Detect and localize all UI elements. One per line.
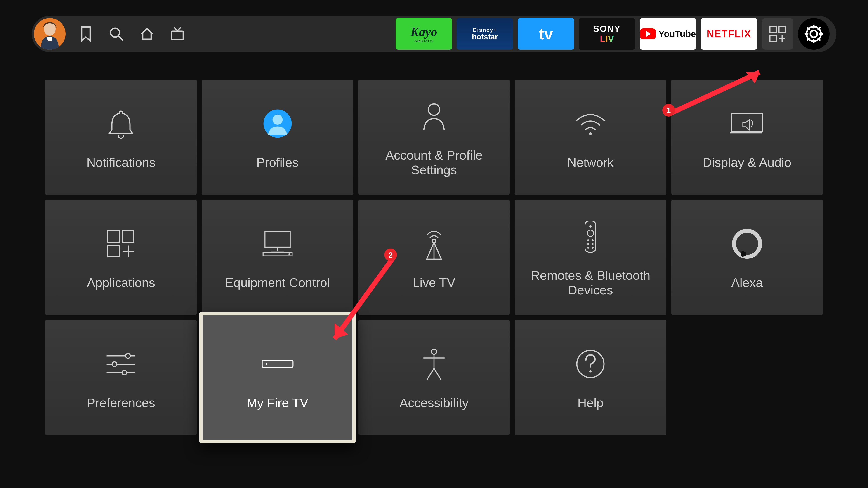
annotation-arrow-2 [314, 249, 409, 352]
svg-point-35 [592, 243, 594, 245]
app-sublabel: LIV [600, 34, 614, 44]
tile-account[interactable]: Account & Profile Settings [358, 79, 510, 195]
tile-remotes[interactable]: Remotes & Bluetooth Devices [515, 200, 666, 315]
tile-label: My Fire TV [247, 396, 308, 410]
app-label: NETFLIX [707, 28, 751, 39]
svg-point-46 [266, 363, 267, 365]
settings-grid: Notifications Profiles Account & Profile… [45, 79, 823, 435]
svg-rect-3 [172, 31, 183, 39]
search-icon[interactable] [106, 24, 127, 44]
live-tv-icon[interactable] [167, 24, 188, 44]
avatar-person-icon [36, 18, 63, 50]
tile-label: Alexa [731, 275, 763, 290]
svg-rect-22 [265, 232, 290, 248]
svg-point-33 [592, 239, 594, 241]
svg-line-50 [427, 368, 434, 379]
apps-grid-button[interactable] [762, 18, 794, 50]
svg-point-26 [288, 254, 290, 255]
app-tile-netflix[interactable]: NETFLIX [701, 18, 757, 50]
svg-rect-4 [770, 26, 776, 33]
annotation-badge-1: 1 [662, 104, 675, 117]
svg-rect-18 [123, 231, 134, 242]
remote-icon [574, 217, 608, 256]
nav-left-group [34, 18, 188, 50]
app-label: Disney+ [473, 27, 497, 33]
svg-point-38 [734, 231, 760, 257]
bell-icon [104, 104, 138, 143]
svg-point-53 [589, 370, 592, 372]
svg-point-14 [589, 132, 592, 135]
svg-point-32 [587, 239, 589, 241]
device-icon [260, 345, 294, 383]
annotation-badge-2: 2 [384, 249, 397, 261]
app-tile-kayo[interactable]: Kayo SPORTS [396, 18, 452, 50]
app-tile-hotstar[interactable]: Disney+ hotstar [457, 18, 513, 50]
svg-point-40 [126, 354, 130, 358]
svg-point-36 [587, 247, 589, 249]
profile-icon [260, 104, 294, 143]
tv-stand-icon [260, 225, 294, 263]
tile-network[interactable]: Network [515, 79, 666, 195]
youtube-play-icon [640, 29, 656, 39]
profile-avatar[interactable] [34, 18, 66, 50]
tile-label: Preferences [87, 396, 155, 410]
tile-label: Display & Audio [703, 155, 792, 170]
svg-point-12 [272, 115, 283, 125]
svg-point-31 [587, 230, 594, 236]
sliders-icon [104, 345, 138, 383]
tile-label: Remotes & Bluetooth Devices [522, 268, 659, 297]
svg-line-56 [335, 258, 393, 339]
top-nav: Kayo SPORTS Disney+ hotstar tv SONY LIV … [32, 16, 836, 52]
svg-line-2 [119, 36, 123, 40]
app-label: Kayo [410, 25, 437, 39]
svg-point-30 [589, 225, 592, 228]
svg-point-9 [810, 31, 817, 37]
app-tile-sonyliv[interactable]: SONY LIV [579, 18, 635, 50]
bookmark-icon[interactable] [76, 24, 96, 44]
svg-point-37 [592, 247, 594, 249]
tile-alexa[interactable]: Alexa [671, 200, 823, 315]
svg-point-42 [112, 362, 117, 367]
tile-help[interactable]: Help [515, 320, 666, 435]
tile-notifications[interactable]: Notifications [45, 79, 197, 195]
person-icon [417, 97, 451, 135]
tile-label: Network [567, 155, 614, 170]
svg-rect-17 [108, 231, 119, 242]
tile-label: Accessibility [400, 396, 469, 410]
tile-label: Profiles [256, 155, 299, 170]
svg-rect-5 [779, 26, 785, 33]
app-sublabel: hotstar [472, 33, 498, 41]
app-label: tv [539, 25, 553, 43]
tile-applications[interactable]: Applications [45, 200, 197, 315]
tile-label: Account & Profile Settings [365, 148, 503, 177]
apps-icon [104, 225, 138, 263]
svg-point-34 [587, 243, 589, 245]
svg-line-54 [671, 72, 760, 113]
wifi-icon [574, 104, 608, 143]
app-label: YouTube [658, 29, 696, 39]
tile-profiles[interactable]: Profiles [202, 79, 353, 195]
app-tile-youtube[interactable]: YouTube [640, 18, 696, 50]
nav-right-group: Kayo SPORTS Disney+ hotstar tv SONY LIV … [396, 18, 830, 50]
home-icon[interactable] [137, 24, 157, 44]
svg-point-44 [122, 370, 127, 375]
app-label: SONY [593, 24, 620, 34]
apps-grid-icon [769, 25, 786, 43]
antenna-icon [417, 225, 451, 263]
gear-icon [804, 24, 824, 44]
svg-point-47 [431, 349, 436, 355]
alexa-icon [730, 225, 764, 263]
app-sublabel: SPORTS [414, 39, 433, 43]
settings-button[interactable] [798, 18, 830, 50]
svg-point-13 [428, 104, 440, 115]
tile-preferences[interactable]: Preferences [45, 320, 197, 435]
tile-label: Applications [87, 275, 155, 290]
svg-point-10 [807, 27, 821, 41]
help-icon [574, 345, 608, 383]
svg-rect-19 [108, 246, 119, 257]
tile-label: Live TV [413, 275, 456, 290]
app-tile-tv[interactable]: tv [518, 18, 574, 50]
svg-rect-6 [770, 35, 776, 41]
accessibility-icon [417, 345, 451, 383]
tile-label: Notifications [87, 155, 156, 170]
